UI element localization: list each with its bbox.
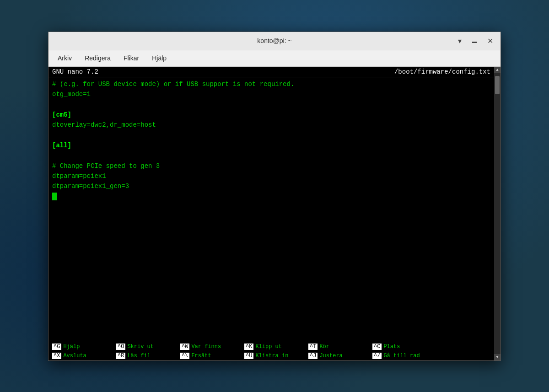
line-9: # Change PCIe speed to gen 3 xyxy=(52,161,490,171)
key-g: ^G xyxy=(52,344,61,350)
scroll-down-arrow[interactable]: ▼ xyxy=(494,354,501,360)
key-c: ^C xyxy=(372,344,382,350)
label-kor: Kör xyxy=(319,344,329,350)
menu-arkiv[interactable]: Arkiv xyxy=(52,53,77,64)
terminal-area: GNU nano 7.2 /boot/firmware/config.txt #… xyxy=(48,67,501,360)
key-k: ^K xyxy=(244,344,253,350)
footer-cmd-replace: ^\ Ersätt xyxy=(178,352,242,360)
label-plats: Plats xyxy=(383,344,400,350)
title-bar-controls: ▾ 🗕 ✕ xyxy=(455,36,496,46)
scrollbar[interactable]: ▲ ▼ xyxy=(494,67,501,360)
line-6 xyxy=(52,130,490,140)
footer-cmd-read: ^R Läs fil xyxy=(114,352,178,360)
footer-cmd-paste: ^U Klistra in xyxy=(242,352,307,360)
footer-cmd-where: ^W Var finns xyxy=(178,343,242,350)
close-button[interactable]: ✕ xyxy=(484,36,496,46)
label-avsluta: Avsluta xyxy=(63,353,86,359)
label-klipp: Klipp ut xyxy=(255,344,282,350)
scrollbar-thumb[interactable] xyxy=(495,76,500,94)
menu-bar: Arkiv Redigera Flikar Hjälp xyxy=(48,50,501,67)
line-11: dtparam=pciex1_gen=3 xyxy=(52,181,490,191)
scrollbar-track[interactable] xyxy=(494,73,501,354)
footer-cmd-write: ^O Skriv ut xyxy=(114,343,178,350)
footer-cmd-justify: ^J Justera xyxy=(307,352,371,360)
window-title: konto@pi: ~ xyxy=(257,37,291,44)
line-12[interactable] xyxy=(52,192,490,202)
title-bar: konto@pi: ~ ▾ 🗕 ✕ xyxy=(48,32,501,50)
key-o: ^O xyxy=(116,344,125,350)
key-backslash: ^\ xyxy=(180,353,189,359)
text-cursor xyxy=(52,193,57,200)
line-8 xyxy=(52,150,490,161)
label-justera: Justera xyxy=(319,353,342,359)
label-ersatt: Ersätt xyxy=(191,353,211,359)
label-varfinns: Var finns xyxy=(191,344,221,350)
minimize-button[interactable]: 🗕 xyxy=(468,36,481,46)
footer-cmd-help: ^G Hjälp xyxy=(50,343,114,350)
label-lasfil: Läs fil xyxy=(127,353,150,359)
footer-row-1: ^G Hjälp ^O Skriv ut ^W Var finns ^K Kli… xyxy=(48,342,494,351)
menu-redigera[interactable]: Redigera xyxy=(79,53,116,64)
nano-version: GNU nano 7.2 xyxy=(52,68,98,75)
line-2: otg_mode=1 xyxy=(52,89,490,99)
footer-cmd-goto: ^/ Gå till rad xyxy=(371,352,435,360)
line-7: [all] xyxy=(52,140,490,150)
label-hjalp: Hjälp xyxy=(63,344,80,350)
label-skriv: Skriv ut xyxy=(127,344,154,350)
key-r: ^R xyxy=(116,353,125,359)
line-10: dtparam=pciex1 xyxy=(52,171,490,181)
line-4: [cm5] xyxy=(52,110,490,120)
line-1: # (e.g. for USB device mode) or if USB s… xyxy=(52,79,490,89)
footer-cmd-run: ^T Kör xyxy=(307,343,371,350)
key-j: ^J xyxy=(308,353,318,359)
footer-row-2: ^X Avsluta ^R Läs fil ^\ Ersätt ^U Klist… xyxy=(48,351,494,360)
line-3 xyxy=(52,99,490,109)
nano-header: GNU nano 7.2 /boot/firmware/config.txt xyxy=(48,67,494,77)
footer-cmd-pos: ^C Plats xyxy=(371,343,435,350)
key-slash: ^/ xyxy=(372,353,382,359)
terminal-window: konto@pi: ~ ▾ 🗕 ✕ Arkiv Redigera Flikar … xyxy=(48,32,501,361)
editor-body[interactable]: # (e.g. for USB device mode) or if USB s… xyxy=(48,77,494,342)
menu-flikar[interactable]: Flikar xyxy=(118,53,145,64)
nano-filename: /boot/firmware/config.txt xyxy=(394,68,490,75)
line-5: dtoverlay=dwc2,dr_mode=host xyxy=(52,120,490,130)
footer-cmd-cut: ^K Klipp ut xyxy=(242,343,307,350)
terminal-content[interactable]: GNU nano 7.2 /boot/firmware/config.txt #… xyxy=(48,67,494,360)
nano-footer: ^G Hjälp ^O Skriv ut ^W Var finns ^K Kli… xyxy=(48,342,494,360)
key-t: ^T xyxy=(308,344,318,350)
label-gototillrad: Gå till rad xyxy=(383,353,420,359)
key-u: ^U xyxy=(244,353,253,359)
scroll-up-arrow[interactable]: ▲ xyxy=(494,67,501,73)
label-klistra: Klistra in xyxy=(255,353,288,359)
key-x: ^X xyxy=(52,353,61,359)
menu-hjalp[interactable]: Hjälp xyxy=(146,53,172,64)
dropdown-button[interactable]: ▾ xyxy=(455,36,464,46)
key-w: ^W xyxy=(180,344,189,350)
footer-cmd-exit: ^X Avsluta xyxy=(50,352,114,360)
